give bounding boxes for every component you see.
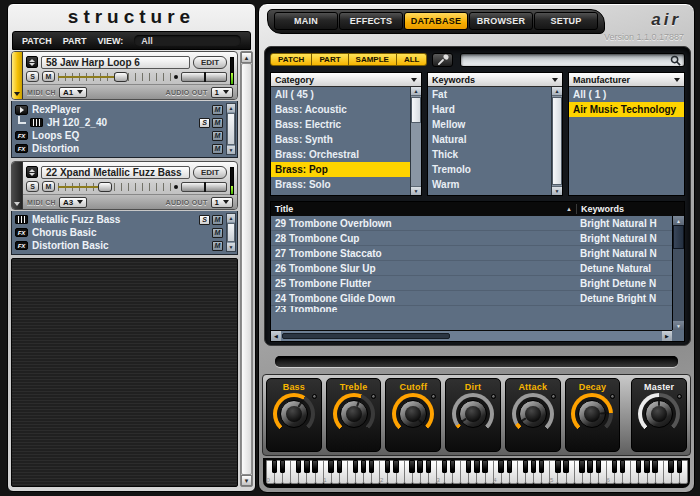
dirt-knob[interactable]	[452, 393, 494, 435]
scroll-up-icon[interactable]: ▲	[227, 104, 235, 112]
black-key[interactable]	[636, 460, 641, 473]
filter-button-sample[interactable]: SAMPLE	[349, 53, 397, 66]
black-key[interactable]	[450, 460, 455, 473]
black-key[interactable]	[677, 460, 682, 473]
list-item[interactable]: Thick	[428, 147, 551, 162]
results-horizontal-scrollbar[interactable]: ◀ ▶	[271, 330, 672, 341]
scroll-down-icon[interactable]: ▼	[552, 186, 562, 195]
black-key[interactable]	[417, 460, 422, 473]
mute-badge[interactable]: M	[212, 241, 223, 251]
mute-button[interactable]: M	[42, 181, 55, 192]
scroll-up-icon[interactable]: ▲	[227, 214, 235, 222]
tab-browser[interactable]: BROWSER	[469, 12, 533, 30]
scroll-up-icon[interactable]: ▲	[241, 52, 252, 63]
column-dropdown-keywords[interactable]: Keywords	[428, 73, 562, 87]
audio-out-dropdown[interactable]: 1	[211, 197, 233, 208]
solo-badge[interactable]: S	[199, 118, 210, 128]
scroll-left-icon[interactable]: ◀	[271, 331, 281, 341]
cutoff-knob[interactable]	[392, 393, 434, 435]
parts-scrollbar[interactable]: ▲ ▼	[240, 51, 253, 487]
mute-badge[interactable]: M	[212, 215, 223, 225]
tree-item[interactable]: FXChorus BasicM	[15, 226, 223, 239]
part-select-indicator[interactable]	[12, 52, 23, 99]
treble-knob[interactable]	[333, 393, 375, 435]
list-item[interactable]: Brass: Solo	[271, 177, 410, 192]
tab-effects[interactable]: EFFECTS	[339, 12, 403, 30]
column-header-keywords[interactable]: Keywords	[576, 204, 672, 214]
results-vertical-scrollbar[interactable]: ▲ ▼	[672, 216, 684, 330]
mute-badge[interactable]: M	[212, 118, 223, 128]
patch-select-button[interactable]	[26, 56, 38, 68]
black-key[interactable]	[409, 460, 414, 473]
tab-main[interactable]: MAIN	[274, 12, 338, 30]
black-key[interactable]	[498, 460, 503, 473]
mute-badge[interactable]: M	[212, 228, 223, 238]
black-key[interactable]	[304, 460, 309, 473]
filter-button-patch[interactable]: PATCH	[270, 53, 312, 66]
black-key[interactable]	[620, 460, 625, 473]
mute-badge[interactable]: M	[212, 131, 223, 141]
tree-item[interactable]: RexPlayerM	[15, 103, 223, 116]
search-input[interactable]	[464, 55, 666, 65]
slider-handle[interactable]	[114, 72, 128, 82]
slider-handle[interactable]	[98, 182, 112, 192]
black-key[interactable]	[442, 460, 447, 473]
black-key[interactable]	[474, 460, 479, 473]
black-key[interactable]	[385, 460, 390, 473]
filter-button-all[interactable]: ALL	[397, 53, 428, 66]
midi-ch-dropdown[interactable]: A3	[59, 197, 87, 208]
list-item[interactable]: All ( 1 )	[569, 87, 684, 102]
scroll-down-icon[interactable]: ▼	[227, 146, 235, 154]
black-key[interactable]	[596, 460, 601, 473]
table-row[interactable]: 29 Trombone OverblownBright Natural H	[271, 216, 672, 231]
midi-ch-dropdown[interactable]: A1	[59, 87, 87, 98]
scroll-up-icon[interactable]: ▲	[411, 87, 421, 96]
tree-scrollbar[interactable]: ▲▼	[226, 213, 236, 252]
pan-control[interactable]	[181, 182, 227, 192]
list-item[interactable]: Hard	[428, 102, 551, 117]
black-key[interactable]	[361, 460, 366, 473]
scroll-thumb[interactable]	[241, 63, 252, 475]
black-key[interactable]	[482, 460, 487, 473]
list-scrollbar[interactable]: ▲▼	[551, 87, 562, 195]
view-selector[interactable]: All	[134, 35, 241, 46]
black-key[interactable]	[587, 460, 592, 473]
scroll-right-icon[interactable]: ▶	[662, 331, 672, 341]
list-item[interactable]: Warm	[428, 177, 551, 192]
black-key[interactable]	[523, 460, 528, 473]
black-key[interactable]	[539, 460, 544, 473]
black-key[interactable]	[668, 460, 673, 473]
scroll-down-icon[interactable]: ▼	[241, 475, 252, 486]
patch-name-field[interactable]: 22 Xpand Metallic Fuzz Bass	[41, 166, 190, 179]
scroll-thumb[interactable]	[227, 223, 235, 242]
black-key[interactable]	[466, 460, 471, 473]
black-key[interactable]	[369, 460, 374, 473]
black-key[interactable]	[531, 460, 536, 473]
patch-select-button[interactable]	[26, 166, 38, 178]
black-key[interactable]	[353, 460, 358, 473]
column-header-title[interactable]: Title▲	[271, 204, 576, 214]
black-key[interactable]	[507, 460, 512, 473]
mute-button[interactable]: M	[42, 71, 55, 82]
scroll-up-icon[interactable]: ▲	[673, 216, 684, 225]
list-scrollbar[interactable]: ▲▼	[410, 87, 421, 195]
black-key[interactable]	[579, 460, 584, 473]
list-item[interactable]: Mellow	[428, 117, 551, 132]
table-row[interactable]: 26 Trombone Slur UpDetune Natural	[271, 261, 672, 276]
scroll-up-icon[interactable]: ▲	[552, 87, 562, 96]
black-key[interactable]	[612, 460, 617, 473]
list-item[interactable]: Fat	[428, 87, 551, 102]
tree-item[interactable]: FXDistortion BasicM	[15, 239, 223, 252]
filter-button-part[interactable]: PART	[312, 53, 348, 66]
tree-item[interactable]: FXLoops EQM	[15, 129, 223, 142]
menu-part[interactable]: PART	[63, 36, 87, 46]
edit-button[interactable]: EDIT	[193, 56, 227, 69]
black-key[interactable]	[426, 460, 431, 473]
edit-button[interactable]: EDIT	[193, 166, 227, 179]
list-item[interactable]: Brass: Pop	[271, 162, 410, 177]
black-key[interactable]	[555, 460, 560, 473]
patch-name-field[interactable]: 58 Jaw Harp Loop 6	[41, 56, 190, 69]
attack-knob[interactable]	[512, 393, 554, 435]
table-row[interactable]: 23 Trombone	[271, 306, 672, 312]
black-key[interactable]	[272, 460, 277, 473]
